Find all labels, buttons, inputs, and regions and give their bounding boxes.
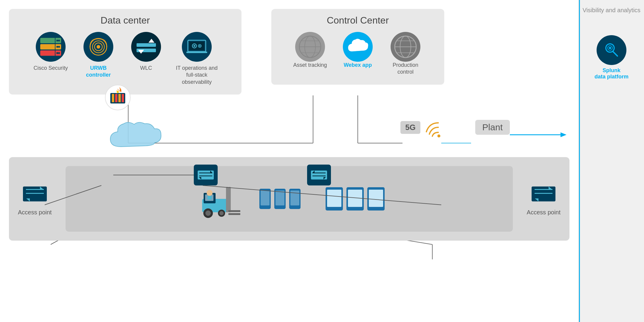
svg-rect-71 [23,187,47,202]
left-ap-icon [21,182,48,206]
svg-point-27 [97,45,100,49]
svg-marker-30 [148,39,154,43]
left-router [194,165,218,185]
center-router [307,165,331,185]
tablet-3 [367,187,385,211]
asset-tracking-label: Asset tracking [293,62,327,69]
svg-point-17 [58,40,60,41]
svg-rect-90 [261,191,270,205]
svg-point-86 [219,211,224,215]
svg-rect-43 [118,94,121,102]
plant-box: Plant [475,120,510,135]
svg-point-23 [58,52,60,54]
data-center-title: Data center [18,15,233,26]
svg-rect-44 [122,94,124,102]
top-row: Data center [9,9,569,95]
control-center-title: Control Center [280,15,435,26]
tablet-2 [346,187,364,211]
phones-group [259,188,301,210]
splunk-item: Splunkdata platform [595,35,628,80]
svg-rect-101 [532,187,555,202]
svg-point-16 [56,40,58,41]
production-control-label: Production control [386,62,425,76]
control-center-box: Control Center [271,9,444,85]
phone-2 [274,188,286,210]
access-point-right-label: Access point [527,209,561,216]
webex-app-item: Webex app [338,32,377,69]
production-control-icon [391,32,420,62]
svg-rect-38 [186,52,207,53]
right-ap-icon [530,182,557,206]
it-ops-label: IT operations and full-stack observabili… [174,65,219,86]
svg-point-109 [609,47,611,49]
svg-rect-94 [290,191,299,205]
main-container: Data center [0,0,644,322]
sidebar-arrow [510,129,569,141]
asset-tracking-item: Asset tracking [291,32,329,69]
it-ops-item: IT operations and full-stack observabili… [174,32,219,86]
phone-3 [289,188,301,210]
svg-marker-57 [561,132,566,137]
tablet-1 [325,187,343,211]
svg-point-55 [437,134,440,137]
svg-point-20 [58,46,60,48]
splunk-label: Splunkdata platform [595,67,628,80]
cisco-security-icon [36,32,66,62]
fire-icon-wrapper [104,84,131,111]
svg-rect-42 [115,94,117,102]
svg-point-37 [199,45,201,47]
svg-rect-98 [348,190,362,207]
urwb-icon [83,32,113,62]
right-sidebar: Visibility and analytics Splunkdata plat… [578,0,644,322]
tablets-group [325,187,385,211]
svg-rect-81 [228,210,240,212]
svg-rect-82 [228,213,240,215]
sdwan-cloud-svg [107,118,176,154]
webex-app-icon [343,32,373,62]
urwb-controller-label: URWB controller [79,65,118,79]
asset-tracking-icon [295,32,325,62]
urwb-controller-item: URWB controller [79,32,118,79]
wlc-item: WLC [127,32,165,72]
cisco-security-item: Cisco Security [31,32,70,72]
it-ops-icon [182,32,212,62]
webex-app-label: Webex app [344,62,372,69]
svg-point-35 [193,45,195,47]
wlc-icon [131,32,161,62]
svg-rect-80 [228,187,231,212]
fiveg-badge: 5G [400,121,420,134]
data-center-box: Data center [9,9,242,95]
svg-point-87 [207,190,213,196]
plant-area: Access point [9,157,569,241]
phone-1 [259,188,271,210]
wlc-label: WLC [140,65,152,72]
svg-rect-92 [275,191,284,205]
svg-rect-79 [226,187,228,212]
svg-rect-96 [327,190,341,207]
visibility-analytics-title: Visibility and analytics [583,6,640,14]
plant-label: Plant [482,122,503,132]
access-point-left-label: Access point [18,209,52,216]
middle-row: SD WAN 5G Plant [9,112,569,154]
cisco-security-label: Cisco Security [33,65,68,72]
left-area: Data center [0,0,578,322]
access-point-left: Access point [18,182,52,216]
svg-point-22 [56,52,58,54]
splunk-icon [597,35,626,65]
data-center-icons-row: Cisco Security [18,32,233,86]
svg-rect-28 [137,43,156,47]
svg-point-84 [205,210,211,216]
control-center-icons-row: Asset tracking Webex app [280,32,435,76]
access-point-right: Access point [527,182,561,216]
fiveg-area: 5G [400,117,444,138]
svg-rect-41 [112,94,114,102]
production-control-item: Production control [386,32,425,76]
signal-icon [423,117,444,138]
svg-rect-100 [369,190,383,207]
svg-point-19 [56,46,58,48]
svg-rect-88 [208,196,212,199]
